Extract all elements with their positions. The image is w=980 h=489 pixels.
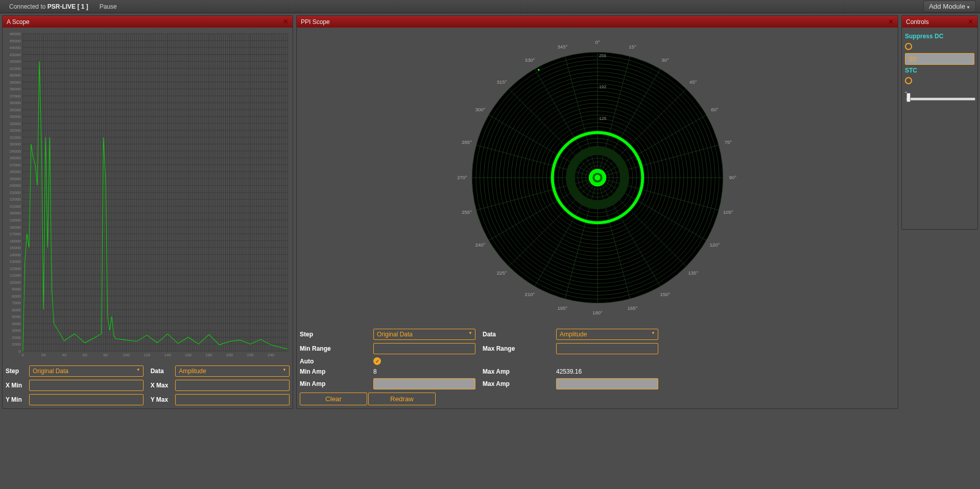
ymax-input[interactable] <box>175 394 290 405</box>
ymax-label: Y Max <box>151 396 169 403</box>
svg-text:24000: 24000 <box>10 183 21 188</box>
svg-text:15000: 15000 <box>10 246 21 250</box>
svg-text:315°: 315° <box>496 79 507 85</box>
svg-text:60°: 60° <box>711 107 719 112</box>
suppress-dc-label: Suppress DC <box>905 33 974 40</box>
svg-text:25000: 25000 <box>10 177 21 181</box>
svg-text:200: 200 <box>226 353 233 357</box>
ppi-minrange-label: Min Range <box>300 345 366 352</box>
ppi-title: PPI Scope <box>301 18 330 26</box>
svg-text:20: 20 <box>41 353 46 357</box>
svg-text:40000: 40000 <box>10 73 21 78</box>
ppi-minamp-value: 8 <box>373 368 475 375</box>
close-icon[interactable]: ✕ <box>283 18 289 26</box>
svg-text:44000: 44000 <box>10 45 21 50</box>
svg-text:41000: 41000 <box>10 66 21 71</box>
svg-text:165°: 165° <box>627 305 637 311</box>
svg-text:20000: 20000 <box>10 211 21 215</box>
svg-text:45000: 45000 <box>10 39 21 43</box>
ppi-data-select[interactable]: Amplitude <box>556 329 658 340</box>
ppi-maxamp-value: 42539.16 <box>556 368 658 375</box>
stc-slider[interactable] <box>906 97 975 101</box>
xmin-input[interactable] <box>29 380 144 391</box>
svg-text:29000: 29000 <box>10 149 21 154</box>
svg-text:37000: 37000 <box>10 94 21 99</box>
ymin-label: Y Min <box>6 396 22 403</box>
ppi-minrange-input[interactable] <box>373 343 475 354</box>
svg-text:27000: 27000 <box>10 163 21 167</box>
svg-text:26000: 26000 <box>10 169 21 174</box>
svg-text:38000: 38000 <box>10 87 21 91</box>
close-icon[interactable]: ✕ <box>888 18 894 26</box>
topbar: Connected to PSR-LIVE [ 1 ] Pause Add Mo… <box>0 0 980 13</box>
svg-text:15°: 15° <box>629 44 636 50</box>
svg-text:3000: 3000 <box>12 328 21 333</box>
svg-text:36000: 36000 <box>10 101 21 105</box>
svg-text:22000: 22000 <box>10 197 21 202</box>
data-select[interactable]: Amplitude <box>175 365 290 377</box>
svg-text:21000: 21000 <box>10 204 21 209</box>
svg-text:46000: 46000 <box>10 32 21 36</box>
ppi-auto-label: Auto <box>300 358 366 365</box>
ppi-maxamp2-label: Max Amp <box>483 380 549 387</box>
svg-text:31000: 31000 <box>10 135 21 140</box>
svg-text:255°: 255° <box>462 209 472 215</box>
ppi-panel: PPI Scope ✕ 0°15°30°45°60°75°90°105°120°… <box>296 15 898 409</box>
svg-text:19000: 19000 <box>10 218 21 223</box>
ppi-display: 0°15°30°45°60°75°90°105°120°135°150°165°… <box>300 31 895 325</box>
ppi-minamp2-label: Min Amp <box>300 380 366 387</box>
svg-text:32000: 32000 <box>10 128 21 133</box>
ascope-chart: 0100020003000400050006000700080009000100… <box>6 31 290 361</box>
ppi-maxrange-label: Max Range <box>483 345 549 352</box>
step-select[interactable]: Original Data <box>29 365 144 377</box>
stc-toggle[interactable] <box>905 77 912 84</box>
svg-text:220: 220 <box>247 353 254 357</box>
ymin-input[interactable] <box>29 394 144 405</box>
auto-checkbox[interactable]: ✓ <box>373 357 381 365</box>
svg-text:0: 0 <box>18 349 21 354</box>
xmax-input[interactable] <box>175 380 290 391</box>
svg-text:150°: 150° <box>660 291 670 297</box>
svg-text:39000: 39000 <box>10 80 21 85</box>
svg-text:23000: 23000 <box>10 190 21 195</box>
ppi-minamp-input[interactable] <box>373 378 475 389</box>
ppi-maxrange-input[interactable] <box>556 343 658 354</box>
svg-text:180°: 180° <box>592 310 603 315</box>
svg-text:2000: 2000 <box>12 335 21 340</box>
svg-text:12000: 12000 <box>10 266 21 271</box>
svg-text:17000: 17000 <box>10 232 21 236</box>
svg-text:43000: 43000 <box>10 53 21 57</box>
clear-button[interactable]: Clear <box>300 393 367 405</box>
close-icon[interactable]: ✕ <box>968 18 973 26</box>
ppi-step-select[interactable]: Original Data <box>373 329 475 340</box>
svg-text:285°: 285° <box>462 139 472 145</box>
svg-text:192: 192 <box>599 84 606 89</box>
svg-text:40: 40 <box>62 353 66 357</box>
svg-text:210°: 210° <box>524 291 535 297</box>
svg-text:45°: 45° <box>689 79 697 85</box>
connection-status: Connected to PSR-LIVE [ 1 ] <box>4 1 93 12</box>
ppi-step-label: Step <box>300 331 366 338</box>
xmax-label: X Max <box>151 382 169 389</box>
svg-text:120: 120 <box>144 353 151 357</box>
chevron-down-icon: ▼ <box>966 5 970 10</box>
svg-text:14000: 14000 <box>10 253 21 257</box>
ppi-maxamp-input[interactable] <box>556 378 658 389</box>
svg-text:240°: 240° <box>475 242 485 248</box>
svg-text:7000: 7000 <box>12 301 21 305</box>
svg-text:9000: 9000 <box>12 287 21 291</box>
redraw-button[interactable]: Redraw <box>368 393 436 405</box>
add-module-button[interactable]: Add Module▼ <box>923 1 976 12</box>
controls-panel: Controls ✕ Suppress DC STC - <box>901 15 978 230</box>
controls-title: Controls <box>906 18 929 26</box>
svg-text:0°: 0° <box>595 39 600 45</box>
svg-text:105°: 105° <box>723 209 733 215</box>
suppress-dc-input[interactable] <box>905 53 974 65</box>
svg-text:300°: 300° <box>475 107 485 112</box>
ascope-title: A Scope <box>7 18 30 26</box>
svg-text:30°: 30° <box>661 57 669 63</box>
svg-text:35000: 35000 <box>10 108 21 112</box>
svg-text:225°: 225° <box>496 270 507 276</box>
pause-button[interactable]: Pause <box>94 1 122 12</box>
suppress-dc-toggle[interactable] <box>905 43 912 50</box>
